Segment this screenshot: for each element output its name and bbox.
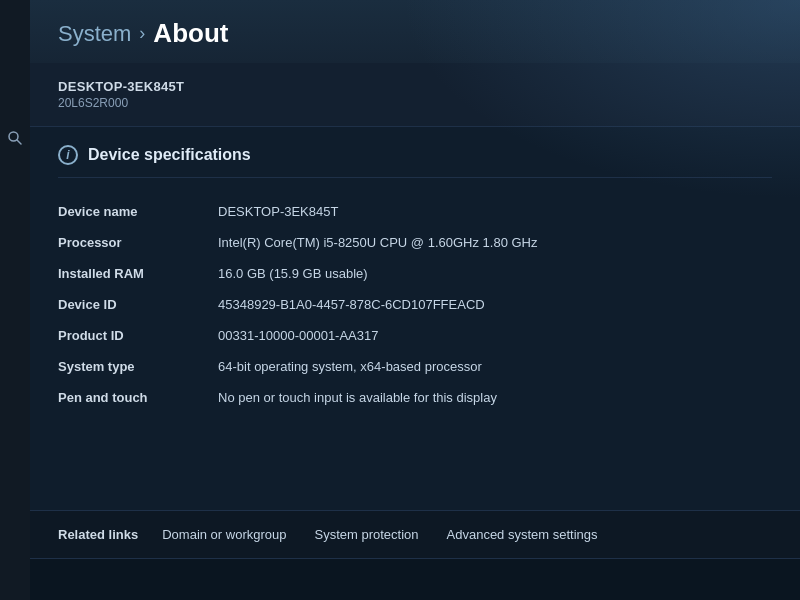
spec-value: 64-bit operating system, x64-based proce… [218, 351, 772, 382]
specs-section-title: Device specifications [88, 146, 251, 164]
spec-value: 16.0 GB (15.9 GB usable) [218, 258, 772, 289]
spec-value: 00331-10000-00001-AA317 [218, 320, 772, 351]
related-links-bar: Related links Domain or workgroupSystem … [30, 510, 800, 558]
breadcrumb: System › About [58, 18, 772, 49]
specs-section: i Device specifications Device nameDESKT… [30, 127, 800, 510]
spec-value: Intel(R) Core(TM) i5-8250U CPU @ 1.60GHz… [218, 227, 772, 258]
search-icon[interactable] [7, 130, 23, 150]
spec-label: Pen and touch [58, 382, 218, 413]
spec-label: Processor [58, 227, 218, 258]
device-model: 20L6S2R000 [58, 96, 772, 110]
main-content: System › About DESKTOP-3EK845T 20L6S2R00… [30, 0, 800, 600]
specs-title-row: i Device specifications [58, 145, 772, 178]
breadcrumb-system[interactable]: System [58, 21, 131, 47]
spec-value: 45348929-B1A0-4457-878C-6CD107FFEACD [218, 289, 772, 320]
breadcrumb-about: About [153, 18, 228, 49]
spec-label: Device ID [58, 289, 218, 320]
spec-value: No pen or touch input is available for t… [218, 382, 772, 413]
info-icon: i [58, 145, 78, 165]
svg-line-1 [17, 140, 21, 144]
related-link[interactable]: Domain or workgroup [162, 525, 286, 544]
bottom-bar [30, 558, 800, 600]
spec-label: Device name [58, 196, 218, 227]
search-sidebar [0, 0, 30, 600]
specs-table: Device nameDESKTOP-3EK845TProcessorIntel… [58, 196, 772, 413]
related-links-label: Related links [58, 527, 138, 542]
device-name: DESKTOP-3EK845T [58, 79, 772, 94]
spec-label: System type [58, 351, 218, 382]
device-header: DESKTOP-3EK845T 20L6S2R000 [30, 63, 800, 127]
breadcrumb-separator: › [139, 23, 145, 44]
related-link[interactable]: Advanced system settings [447, 525, 598, 544]
spec-label: Installed RAM [58, 258, 218, 289]
related-link[interactable]: System protection [314, 525, 418, 544]
spec-value: DESKTOP-3EK845T [218, 196, 772, 227]
header: System › About [30, 0, 800, 63]
spec-label: Product ID [58, 320, 218, 351]
